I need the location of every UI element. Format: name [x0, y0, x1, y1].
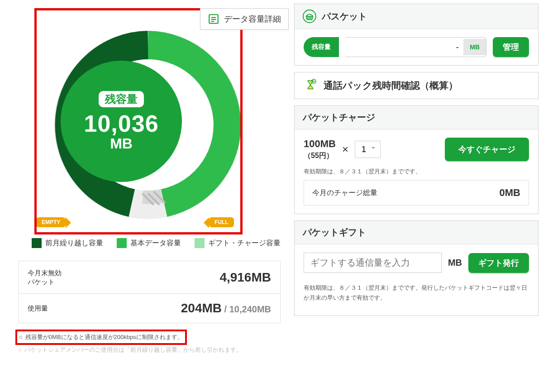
pasuketto-manage-button[interactable]: 管理: [493, 37, 529, 57]
footnotes: ○ 残容量が0MBになると通信速度が200kbpsに制限されます。 ○ パケット…: [18, 330, 285, 355]
charge-now-button[interactable]: 今すぐチャージ: [445, 138, 529, 161]
gift-issue-button[interactable]: ギフト発行: [468, 253, 529, 273]
data-detail-button[interactable]: データ容量詳細: [200, 8, 289, 30]
highlight-box-note: ○ 残容量が0MBになると通信速度が200kbpsに制限されます。: [15, 330, 187, 345]
gauge-center: 残容量 10,036 MB: [61, 61, 182, 182]
expiring-label-2: パケット: [28, 278, 55, 286]
charge-month-label: 今月のチャージ総量: [312, 188, 377, 198]
legend-swatch-base: [117, 238, 127, 248]
usage-stats: 今月末無効 パケット 4,916MB 使用量 204MB / 10,240MB: [18, 261, 281, 323]
gauge-label: 残容量: [99, 91, 144, 107]
charge-mult: ×: [342, 143, 348, 156]
hourglass-icon: 10: [304, 79, 317, 92]
usage-gauge: 残容量 10,036 MB EMPTY FULL: [28, 4, 268, 230]
pasuketto-field-label: 残容量: [304, 37, 339, 57]
pasuketto-title: パスケット: [322, 10, 367, 23]
gift-unit: MB: [448, 258, 462, 268]
usage-value: 204MB: [181, 301, 222, 315]
gift-amount-input[interactable]: [304, 253, 442, 273]
pasuketto-panel: パスケット 残容量 - MB 管理: [294, 4, 538, 66]
charge-expiry-note: 有効期限は、８／３１（翌月末）までです。: [304, 167, 529, 176]
bullet-icon: ○: [19, 332, 23, 342]
svg-text:10: 10: [312, 80, 315, 83]
expiring-value: 4,916MB: [219, 270, 271, 285]
usage-total: / 10,240MB: [222, 304, 271, 314]
detail-icon: [208, 13, 219, 25]
gauge-unit: MB: [110, 135, 133, 152]
usage-row: 使用量 204MB / 10,240MB: [18, 294, 281, 323]
usage-label: 使用量: [28, 304, 48, 313]
pasuketto-value: -: [345, 42, 463, 53]
gift-note: 有効期限は、８／３１（翌月末）までです。発行したパケットギフトコードは翌々日か月…: [304, 283, 529, 303]
basket-icon: [303, 10, 316, 23]
expiring-label-1: 今月末無効: [28, 269, 62, 277]
data-detail-label: データ容量詳細: [224, 14, 281, 24]
gauge-value: 10,036: [84, 110, 159, 137]
legend-label-base: 基本データ容量: [130, 239, 181, 248]
pasuketto-unit: MB: [463, 39, 486, 55]
packet-gift-panel: パケットギフト MB ギフト発行 有効期限は、８／３１（翌月末）までです。発行し…: [294, 220, 538, 316]
packet-charge-panel: パケットチャージ 100MB （55円） × 1 今すぐチャージ: [294, 105, 538, 214]
expiring-row: 今月末無効 パケット 4,916MB: [18, 261, 281, 294]
legend-swatch-gift: [195, 238, 205, 248]
full-badge: FULL: [209, 217, 234, 227]
empty-badge: EMPTY: [36, 217, 66, 227]
call-pack-label: 通話パック残時間確認（概算）: [324, 79, 458, 92]
legend-label-gift: ギフト・チャージ容量: [208, 239, 281, 248]
gauge-legend: 前月繰り越し容量 基本データ容量 ギフト・チャージ容量: [32, 238, 285, 248]
charge-unit-price: （55円）: [304, 152, 333, 159]
charge-qty-select[interactable]: 1: [355, 141, 381, 158]
pasuketto-value-field: - MB: [345, 37, 486, 57]
charge-month-row: 今月のチャージ総量 0MB: [304, 180, 529, 206]
charge-unit-amount: 100MB: [304, 138, 336, 149]
footnote-2: パケットシェアメンバーのご使用分は「前月繰り越し容量」から差し引かれます。: [24, 345, 242, 355]
bullet-icon: ○: [18, 345, 22, 355]
legend-label-carryover: 前月繰り越し容量: [45, 239, 103, 248]
packet-gift-title: パケットギフト: [303, 226, 366, 239]
legend-swatch-carryover: [32, 238, 42, 248]
call-pack-link[interactable]: 10 通話パック残時間確認（概算）: [294, 72, 538, 99]
footnote-1: 残容量が0MBになると通信速度が200kbpsに制限されます。: [25, 332, 183, 342]
packet-charge-title: パケットチャージ: [303, 111, 375, 124]
charge-month-value: 0MB: [500, 187, 520, 199]
